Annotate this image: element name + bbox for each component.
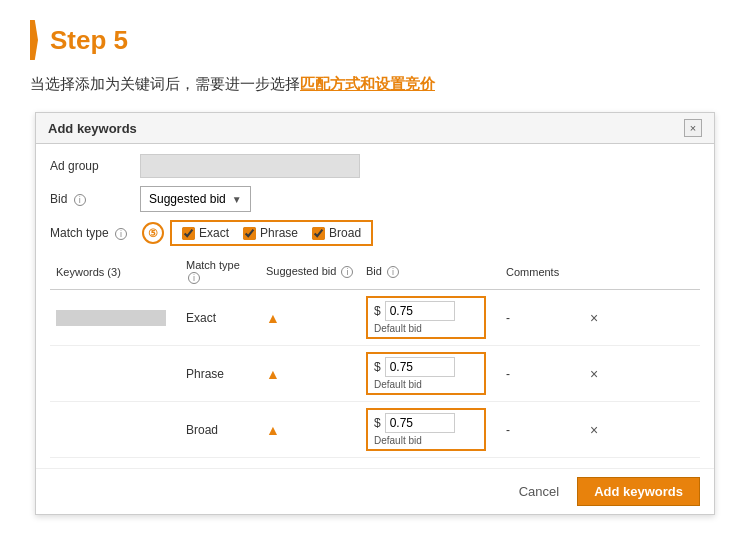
remove-button-3[interactable]: × (586, 422, 602, 438)
suggested-bid-col-info-icon[interactable]: i (341, 266, 353, 278)
comments-cell-3: - (500, 402, 580, 458)
checkbox-broad[interactable]: Broad (312, 226, 361, 240)
col-comments: Comments (500, 254, 580, 290)
match-type-row: Match type i ⑤ Exact Phrase (50, 220, 700, 246)
step-title: Step 5 (50, 25, 128, 56)
bid-input-1[interactable] (385, 301, 455, 321)
comments-cell-1: - (500, 290, 580, 346)
table-row: Exact ▲ $ Default bid (50, 290, 700, 346)
match-type-label: Match type i (50, 226, 140, 240)
step-header: Step 5 (30, 20, 720, 60)
keyword-bar-1 (56, 310, 166, 326)
match-type-col-info-icon[interactable]: i (188, 272, 200, 284)
bid-cell-3: $ Default bid (360, 402, 500, 458)
bid-input-group-1: $ Default bid (366, 296, 486, 339)
keywords-table: Keywords (3) Match type i Suggested bid … (50, 254, 700, 458)
col-keywords: Keywords (3) (50, 254, 180, 290)
dollar-sign-1: $ (374, 304, 381, 318)
description-text: 当选择添加为关键词后，需要进一步选择 (30, 75, 300, 92)
bid-input-3[interactable] (385, 413, 455, 433)
dollar-sign-3: $ (374, 416, 381, 430)
col-bid: Bid i (360, 254, 500, 290)
bid-input-row-1: $ (374, 301, 478, 321)
bid-cell-2: $ Default bid (360, 346, 500, 402)
warning-icon-2: ▲ (266, 366, 280, 382)
match-type-info-icon[interactable]: i (115, 228, 127, 240)
suggested-bid-cell-2: ▲ (260, 346, 360, 402)
bid-info-icon[interactable]: i (74, 194, 86, 206)
warning-icon-1: ▲ (266, 310, 280, 326)
bid-input-row-2: $ (374, 357, 478, 377)
table-row: Phrase ▲ $ Default bid (50, 346, 700, 402)
match-type-box: Exact Phrase Broad (170, 220, 373, 246)
ad-group-label: Ad group (50, 159, 140, 173)
broad-checkbox[interactable] (312, 227, 325, 240)
dialog-body: Ad group Bid i Suggested bid ▼ Match typ… (36, 144, 714, 468)
bid-cell-1: $ Default bid (360, 290, 500, 346)
remove-button-1[interactable]: × (586, 310, 602, 326)
dialog-close-button[interactable]: × (684, 119, 702, 137)
bid-select-button[interactable]: Suggested bid ▼ (140, 186, 251, 212)
col-match-type: Match type i (180, 254, 260, 290)
bid-col-info-icon[interactable]: i (387, 266, 399, 278)
bid-row: Bid i Suggested bid ▼ (50, 186, 700, 212)
remove-button-2[interactable]: × (586, 366, 602, 382)
suggested-bid-cell-3: ▲ (260, 402, 360, 458)
keyword-name-cell-2 (50, 346, 180, 402)
ad-group-row: Ad group (50, 154, 700, 178)
exact-checkbox[interactable] (182, 227, 195, 240)
remove-cell-2: × (580, 346, 700, 402)
phrase-checkbox[interactable] (243, 227, 256, 240)
bid-input-group-3: $ Default bid (366, 408, 486, 451)
description-highlight: 匹配方式和设置竞价 (300, 75, 435, 92)
default-bid-label-2: Default bid (374, 379, 478, 390)
bid-input-row-3: $ (374, 413, 478, 433)
table-row: Broad ▲ $ Default bid (50, 402, 700, 458)
step-description: 当选择添加为关键词后，需要进一步选择匹配方式和设置竞价 (30, 72, 720, 96)
dialog-footer: Cancel Add keywords (36, 468, 714, 514)
ad-group-input (140, 154, 360, 178)
warning-icon-3: ▲ (266, 422, 280, 438)
remove-cell-3: × (580, 402, 700, 458)
step-arrow-icon (30, 20, 38, 60)
col-remove (580, 254, 700, 290)
remove-cell-1: × (580, 290, 700, 346)
bid-select-arrow-icon: ▼ (232, 194, 242, 205)
match-type-cell-2: Phrase (180, 346, 260, 402)
checkbox-phrase[interactable]: Phrase (243, 226, 298, 240)
comments-cell-2: - (500, 346, 580, 402)
dialog-header: Add keywords × (36, 113, 714, 144)
bid-input-2[interactable] (385, 357, 455, 377)
dialog-title: Add keywords (48, 121, 137, 136)
keyword-name-cell-1 (50, 290, 180, 346)
bid-input-group-2: $ Default bid (366, 352, 486, 395)
page-wrapper: Step 5 当选择添加为关键词后，需要进一步选择匹配方式和设置竞价 Add k… (0, 0, 750, 550)
step-circle-number: ⑤ (142, 222, 164, 244)
cancel-button[interactable]: Cancel (511, 480, 567, 503)
add-keywords-dialog: Add keywords × Ad group Bid i Suggested … (35, 112, 715, 515)
col-suggested-bid: Suggested bid i (260, 254, 360, 290)
dollar-sign-2: $ (374, 360, 381, 374)
default-bid-label-1: Default bid (374, 323, 478, 334)
keyword-name-cell-3 (50, 402, 180, 458)
default-bid-label-3: Default bid (374, 435, 478, 446)
suggested-bid-cell-1: ▲ (260, 290, 360, 346)
bid-label: Bid i (50, 192, 140, 206)
match-type-cell-1: Exact (180, 290, 260, 346)
checkbox-exact[interactable]: Exact (182, 226, 229, 240)
match-type-cell-3: Broad (180, 402, 260, 458)
add-keywords-button[interactable]: Add keywords (577, 477, 700, 506)
